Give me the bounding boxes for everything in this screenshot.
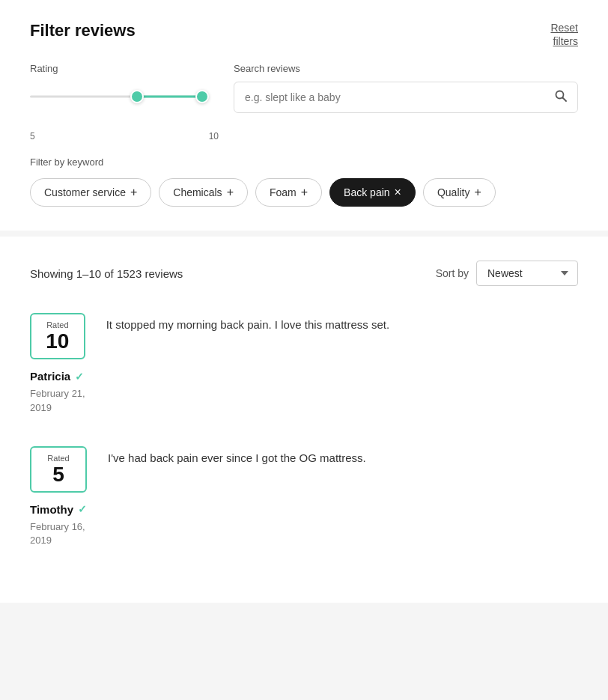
review-date: February 16,2019 bbox=[30, 520, 87, 547]
tag-label: Quality bbox=[437, 186, 470, 198]
slider-labels: 5 10 bbox=[30, 131, 210, 141]
rated-value: 10 bbox=[40, 331, 75, 352]
rating-slider[interactable] bbox=[30, 82, 202, 112]
reviewer-name: Timothy ✓ bbox=[30, 503, 87, 516]
tag-icon: + bbox=[227, 186, 234, 198]
tag-label: Back pain bbox=[344, 186, 389, 198]
rating-block: Rating 5 10 bbox=[30, 63, 210, 141]
filter-controls-row: Rating 5 10 Search reviews bbox=[30, 63, 578, 141]
reviewer-name-text: Timothy bbox=[30, 503, 73, 516]
slider-fill bbox=[137, 96, 202, 98]
rated-value: 5 bbox=[40, 464, 76, 485]
verified-icon: ✓ bbox=[78, 503, 87, 515]
review-left: Rated 10 Patricia ✓ February 21,2019 bbox=[30, 313, 85, 414]
keyword-section: Filter by keyword Customer service+Chemi… bbox=[30, 156, 578, 207]
section-divider bbox=[0, 231, 608, 237]
keyword-tags: Customer service+Chemicals+Foam+Back pai… bbox=[30, 178, 578, 207]
review-item: Rated 10 Patricia ✓ February 21,2019 It … bbox=[30, 313, 578, 414]
tag-label: Chemicals bbox=[173, 186, 222, 198]
review-item: Rated 5 Timothy ✓ February 16,2019 I've … bbox=[30, 446, 578, 547]
reviewer-name-text: Patricia bbox=[30, 370, 70, 383]
slider-max-value: 10 bbox=[209, 131, 219, 141]
filter-header: Filter reviews Reset filters bbox=[30, 21, 578, 48]
reviews-header: Showing 1–10 of 1523 reviews Sort by New… bbox=[30, 261, 578, 286]
keyword-tag-quality[interactable]: Quality+ bbox=[423, 178, 496, 207]
tag-label: Customer service bbox=[44, 186, 126, 198]
slider-thumb-max[interactable] bbox=[195, 90, 209, 103]
sort-row: Sort by NewestOldestHighest ratedLowest … bbox=[436, 261, 578, 286]
search-label: Search reviews bbox=[234, 63, 578, 74]
sort-label: Sort by bbox=[436, 267, 469, 279]
slider-thumb-min[interactable] bbox=[130, 90, 144, 103]
slider-min-value: 5 bbox=[30, 131, 35, 141]
tag-icon: + bbox=[301, 186, 308, 198]
rated-box: Rated 5 bbox=[30, 446, 87, 493]
keyword-tag-back-pain[interactable]: Back pain× bbox=[329, 178, 416, 207]
reviews-section: Showing 1–10 of 1523 reviews Sort by New… bbox=[0, 237, 608, 603]
rated-label: Rated bbox=[40, 454, 76, 463]
review-date: February 21,2019 bbox=[30, 387, 85, 414]
keyword-label: Filter by keyword bbox=[30, 156, 578, 168]
search-input-wrap bbox=[234, 82, 578, 113]
filter-section: Filter reviews Reset filters Rating 5 10… bbox=[0, 0, 608, 231]
keyword-tag-foam[interactable]: Foam+ bbox=[255, 178, 322, 207]
review-left: Rated 5 Timothy ✓ February 16,2019 bbox=[30, 446, 87, 547]
verified-icon: ✓ bbox=[75, 371, 84, 383]
tag-icon: × bbox=[395, 186, 401, 198]
reviewer-name: Patricia ✓ bbox=[30, 370, 85, 383]
reviews-list: Rated 10 Patricia ✓ February 21,2019 It … bbox=[30, 313, 578, 547]
review-text: It stopped my morning back pain. I love … bbox=[106, 313, 390, 414]
search-button[interactable] bbox=[544, 82, 577, 112]
reviews-count: Showing 1–10 of 1523 reviews bbox=[30, 267, 183, 280]
search-block: Search reviews bbox=[234, 63, 578, 113]
rated-label: Rated bbox=[40, 320, 75, 329]
rating-label: Rating bbox=[30, 63, 210, 74]
tag-icon: + bbox=[130, 186, 137, 198]
svg-line-1 bbox=[563, 98, 567, 102]
reset-filters-button[interactable]: Reset filters bbox=[550, 21, 578, 48]
search-icon bbox=[555, 90, 567, 102]
keyword-tag-chemicals[interactable]: Chemicals+ bbox=[159, 178, 248, 207]
sort-select[interactable]: NewestOldestHighest ratedLowest rated bbox=[476, 261, 578, 286]
keyword-tag-customer-service[interactable]: Customer service+ bbox=[30, 178, 151, 207]
tag-icon: + bbox=[475, 186, 481, 198]
filter-title: Filter reviews bbox=[30, 21, 136, 40]
tag-label: Foam bbox=[270, 186, 297, 198]
rated-box: Rated 10 bbox=[30, 313, 85, 359]
search-input[interactable] bbox=[234, 84, 544, 111]
review-text: I've had back pain ever since I got the … bbox=[108, 446, 366, 547]
